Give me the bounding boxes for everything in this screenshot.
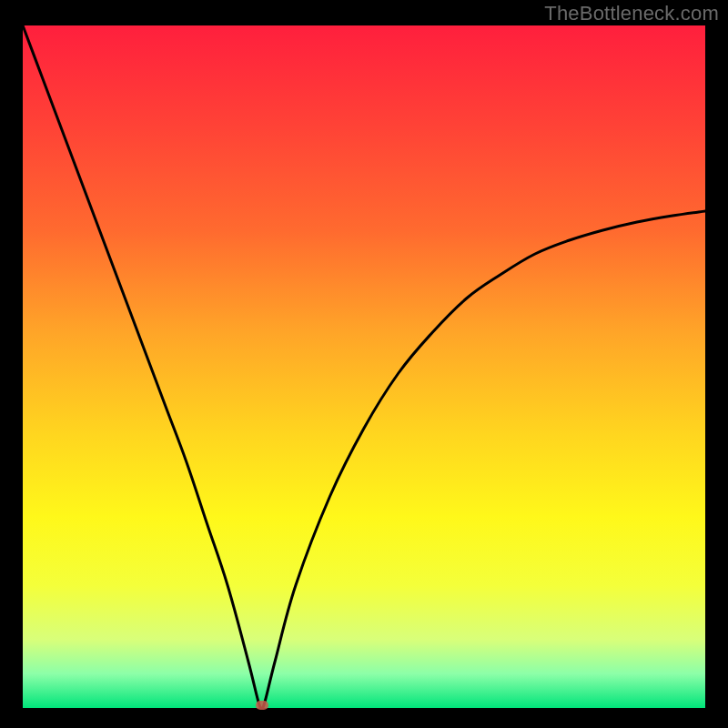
watermark-label: TheBottleneck.com: [544, 2, 719, 25]
optimal-point-marker: [256, 701, 268, 710]
chart-svg: [23, 25, 705, 708]
chart-frame: TheBottleneck.com: [0, 0, 728, 728]
plot-area: [23, 25, 705, 708]
gradient-background: [23, 25, 705, 708]
